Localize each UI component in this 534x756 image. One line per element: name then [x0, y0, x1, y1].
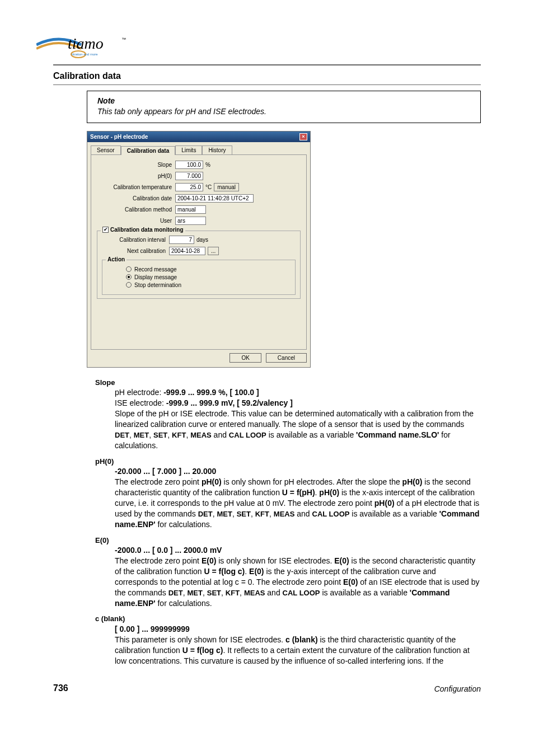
tab-sensor[interactable]: Sensor — [91, 145, 121, 154]
note-box: Note This tab only appears for pH and IS… — [87, 91, 481, 123]
param-cblank-name: c (blank) — [95, 614, 481, 624]
close-icon[interactable]: × — [299, 133, 307, 140]
dialog-title: Sensor - pH electrode — [90, 134, 148, 140]
slope-label: Slope — [97, 162, 175, 168]
param-ph0-body: -20.000 ... [ 7.000 ] ... 20.000 The ele… — [115, 466, 481, 529]
user-label: User — [97, 218, 175, 224]
caldate-label: Calibration date — [97, 195, 175, 201]
radio-icon — [126, 274, 132, 280]
page-number: 736 — [53, 683, 68, 693]
svg-text:tiamo: tiamo — [68, 35, 104, 52]
caltemp-unit: °C — [205, 184, 212, 190]
radio-icon — [126, 266, 132, 272]
caldate-input[interactable]: 2004-10-21 11:40:28 UTC+2 — [175, 194, 254, 203]
nextcal-more-button[interactable]: ... — [208, 247, 219, 255]
action-group: Action Record message Display message St… — [102, 260, 296, 295]
radio-display-message[interactable]: Display message — [126, 274, 291, 280]
parameter-descriptions: Slope pH electrode: -999.9 ... 999.9 %, … — [53, 378, 481, 666]
param-slope-body: pH electrode: -999.9 ... 999.9 %, [ 100.… — [115, 387, 481, 450]
slope-input[interactable]: 100.0 — [175, 161, 203, 169]
user-input[interactable]: ars — [175, 217, 206, 225]
radio-stop-determination[interactable]: Stop determination — [126, 282, 291, 288]
slope-unit: % — [205, 162, 210, 168]
section-heading: Calibration data — [53, 70, 481, 85]
radio-label: Stop determination — [134, 282, 181, 288]
monitoring-legend: Calibration data monitoring — [110, 227, 184, 233]
action-legend: Action — [106, 256, 127, 262]
tab-panel: Slope 100.0 % pH(0) 7.000 Calibration te… — [91, 154, 307, 350]
interval-unit: days — [196, 237, 208, 243]
nextcal-input[interactable]: 2004-10-28 — [169, 247, 205, 255]
footer-label: Configuration — [434, 684, 481, 693]
monitoring-checkbox[interactable]: ✔ — [102, 227, 109, 233]
tab-limits[interactable]: Limits — [175, 145, 202, 154]
radio-icon — [126, 282, 132, 288]
dialog-titlebar: Sensor - pH electrode × — [87, 132, 310, 142]
ok-button[interactable]: OK — [229, 353, 261, 363]
sensor-dialog: Sensor - pH electrode × Sensor Calibrati… — [87, 131, 311, 368]
cancel-button[interactable]: Cancel — [266, 353, 307, 363]
param-slope-name: Slope — [95, 378, 481, 388]
brand-logo: tiamo ™ titration and more — [36, 31, 481, 62]
ph0-input[interactable]: 7.000 — [175, 172, 203, 180]
tab-history[interactable]: History — [202, 145, 232, 154]
interval-input[interactable]: 7 — [169, 236, 194, 244]
calmethod-label: Calibration method — [97, 206, 175, 213]
calmethod-input[interactable]: manual — [175, 205, 206, 214]
radio-label: Record message — [134, 266, 177, 273]
tab-calibration-data[interactable]: Calibration data — [121, 146, 176, 155]
note-title: Note — [97, 96, 470, 106]
svg-text:titration and more: titration and more — [72, 53, 98, 56]
param-e0-name: E(0) — [95, 536, 481, 546]
param-ph0-name: pH(0) — [95, 457, 481, 467]
caltemp-input[interactable]: 25.0 — [175, 183, 203, 191]
note-text: This tab only appears for pH and ISE ele… — [97, 106, 470, 117]
monitoring-group: ✔ Calibration data monitoring Calibratio… — [97, 231, 301, 299]
radio-record-message[interactable]: Record message — [126, 266, 291, 273]
radio-label: Display message — [134, 274, 177, 280]
interval-label: Calibration interval — [102, 237, 169, 243]
param-cblank-body: [ 0.00 ] ... 999999999 This parameter is… — [115, 624, 481, 666]
ph0-label: pH(0) — [97, 173, 175, 179]
caltemp-mode-button[interactable]: manual — [214, 183, 239, 191]
param-e0-body: -2000.0 ... [ 0.0 ] ... 2000.0 mV The el… — [115, 545, 481, 608]
svg-text:™: ™ — [121, 37, 126, 42]
caltemp-label: Calibration temperature — [97, 184, 175, 190]
nextcal-label: Next calibration — [102, 248, 169, 254]
